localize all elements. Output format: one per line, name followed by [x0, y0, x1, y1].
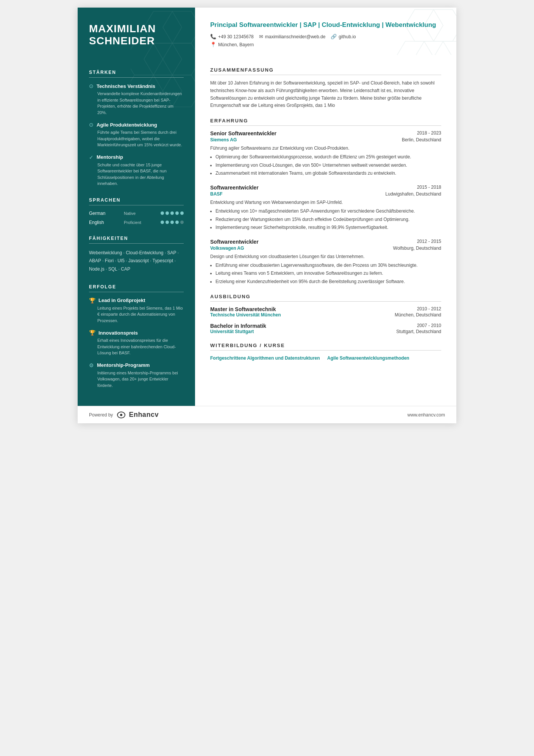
- exp-dates-2: 2015 - 2018: [417, 185, 441, 190]
- powered-by-text: Powered by: [89, 412, 113, 418]
- dot: [175, 221, 179, 224]
- lang-level-german: Native: [124, 211, 150, 216]
- section-title-erfahrung: ERFAHRUNG: [210, 118, 441, 126]
- exp-dates-1: 2018 - 2023: [417, 130, 441, 136]
- edu-inst-row-2: Universität Stuttgart Stuttgart, Deutsch…: [210, 329, 441, 334]
- main-sections: ZUSAMMENFASSUNG Mit über 10 Jahren Erfah…: [195, 55, 456, 373]
- summary-text: Mit über 10 Jahren Erfahrung in der Soft…: [210, 80, 441, 110]
- exp-dates-3: 2012 - 2015: [417, 239, 441, 244]
- achievement-desc-1: Leitung eines Projekts bei Siemens, das …: [89, 305, 184, 324]
- achievement-title-3: Mentorship-Programm: [97, 362, 150, 368]
- enhancv-logo-icon: [116, 411, 126, 419]
- resume-body: MAXIMILIAN SCHNEIDER STÄRKEN ⊙ Technisch…: [78, 8, 456, 406]
- edu-entry-1: Master in Softwaretechnik 2010 - 2012 Te…: [210, 306, 441, 318]
- achievement-title-1: Lead in Großprojekt: [98, 297, 145, 303]
- email-icon: ✉: [259, 34, 263, 39]
- edu-header-2: Bachelor in Informatik 2007 - 2010: [210, 323, 441, 329]
- edu-degree-2: Bachelor in Informatik: [210, 323, 266, 329]
- edu-location-1: München, Deutschland: [395, 312, 441, 318]
- bullet-item: Optimierung der Softwareentwicklungsproz…: [215, 153, 441, 161]
- location-row: 📍 München, Bayern: [210, 42, 441, 47]
- exp-header-3: Softwareentwickler 2012 - 2015: [210, 239, 441, 245]
- footer-logo: Enhancv: [116, 411, 159, 419]
- bullet-item: Einführung einer cloudbasierten Lagerver…: [215, 262, 441, 269]
- edu-dates-1: 2010 - 2012: [417, 306, 441, 312]
- strength-header-2: ⊙ Agile Produktentwicklung: [89, 122, 184, 128]
- edu-dates-2: 2007 - 2010: [417, 323, 441, 329]
- section-erfolge: ERFOLGE: [89, 284, 184, 292]
- main-content: Principal Softwareentwickler | SAP | Clo…: [195, 8, 456, 406]
- exp-location-1: Berlin, Deutschland: [402, 137, 441, 142]
- exp-bullets-3: Einführung einer cloudbasierten Lagerver…: [210, 262, 441, 285]
- exp-job-title-2: Softwareentwickler: [210, 185, 259, 191]
- footer: Powered by Enhancv www.enhancv.com: [78, 406, 456, 423]
- exp-company-3: Volkswagen AG: [210, 246, 244, 251]
- bullet-item: Entwicklung von 10+ maßgeschneiderten SA…: [215, 208, 441, 215]
- section-fahigkeiten: FÄHIGKEITEN: [89, 236, 184, 244]
- svg-marker-2: [131, 43, 163, 75]
- footer-url: www.enhancv.com: [408, 412, 445, 418]
- edu-location-2: Stuttgart, Deutschland: [396, 329, 441, 334]
- section-title-ausbildung: AUSBILDUNG: [210, 294, 441, 302]
- strength-header-3: ✓ Mentorship: [89, 154, 184, 160]
- strength-title-3: Mentorship: [97, 154, 123, 160]
- achievement-header-1: 🏆 Lead in Großprojekt: [89, 297, 184, 304]
- trophy-icon-1: 🏆: [89, 297, 95, 304]
- edu-institution-1: Technische Universität München: [210, 312, 281, 318]
- checkmark-icon: ✓: [89, 154, 94, 160]
- languages-list: German Native English Proficient: [89, 211, 184, 225]
- dot: [166, 221, 169, 224]
- gear-icon: ⚙: [89, 362, 94, 368]
- exp-company-row-2: BASF Ludwigshafen, Deutschland: [210, 191, 441, 197]
- dot: [161, 221, 164, 224]
- strength-icon-1: ⊙: [89, 83, 94, 89]
- edu-header-1: Master in Softwaretechnik 2010 - 2012: [210, 306, 441, 312]
- exp-desc-3: Design und Entwicklung von cloudbasierte…: [210, 253, 441, 260]
- achievement-item-1: 🏆 Lead in Großprojekt Leitung eines Proj…: [89, 297, 184, 324]
- bullet-item: Leitung eines Teams von 5 Entwicklern, u…: [215, 270, 441, 277]
- dot: [166, 211, 169, 215]
- strength-title-2: Agile Produktentwicklung: [97, 122, 157, 128]
- exp-company-2: BASF: [210, 191, 223, 197]
- contact-website: 🔗 github.io: [331, 34, 356, 39]
- contact-row: 📞 +49 30 12345678 ✉ maximilianschneider@…: [210, 34, 441, 39]
- lang-english: English Proficient: [89, 220, 184, 225]
- edu-institution-2: Universität Stuttgart: [210, 329, 254, 334]
- dot: [161, 211, 164, 215]
- exp-location-2: Ludwigshafen, Deutschland: [386, 191, 441, 197]
- exp-bullets-2: Entwicklung von 10+ maßgeschneiderten SA…: [210, 208, 441, 231]
- link-icon: 🔗: [331, 34, 337, 39]
- bullet-item: Zusammenarbeit mit internationalen Teams…: [215, 170, 441, 177]
- exp-desc-2: Entwicklung und Wartung von Webanwendung…: [210, 199, 441, 206]
- strength-icon-2: ⊙: [89, 122, 94, 128]
- job-title: Principal Softwareentwickler | SAP | Clo…: [210, 21, 441, 29]
- achievements-list: 🏆 Lead in Großprojekt Leitung eines Proj…: [89, 297, 184, 389]
- section-title-zusammenfassung: ZUSAMMENFASSUNG: [210, 67, 441, 75]
- location-icon: 📍: [210, 42, 216, 47]
- edu-entry-2: Bachelor in Informatik 2007 - 2010 Unive…: [210, 323, 441, 334]
- sidebar: MAXIMILIAN SCHNEIDER STÄRKEN ⊙ Technisch…: [78, 8, 195, 406]
- svg-point-13: [120, 414, 122, 416]
- exp-entry-2: Softwareentwickler 2015 - 2018 BASF Ludw…: [210, 185, 441, 231]
- footer-brand-name: Enhancv: [129, 411, 159, 419]
- exp-header-1: Senior Softwareentwickler 2018 - 2023: [210, 130, 441, 136]
- achievement-item-2: 🏆 Innovationspreis Erhalt eines Innovati…: [89, 330, 184, 356]
- location-text: München, Bayern: [218, 42, 254, 47]
- main-header: Principal Softwareentwickler | SAP | Clo…: [195, 8, 456, 55]
- section-title-weiterbildung: WITERBILDUNG / KURSE: [210, 343, 441, 351]
- strength-desc-3: Schulte und coachte über 15 junge Softwa…: [89, 162, 184, 187]
- lang-dots-german: [161, 211, 184, 215]
- exp-company-1: Siemens AG: [210, 137, 237, 142]
- contact-phone: 📞 +49 30 12345678: [210, 34, 254, 39]
- dot-empty: [180, 221, 184, 224]
- achievement-title-2: Innovationspreis: [98, 330, 138, 336]
- course-item-1: Fortgeschrittene Algorithmen und Datenst…: [210, 355, 324, 362]
- phone-icon: 📞: [210, 34, 216, 39]
- courses-grid: Fortgeschrittene Algorithmen und Datenst…: [210, 355, 441, 362]
- exp-company-row-3: Volkswagen AG Wolfsburg, Deutschland: [210, 246, 441, 251]
- exp-job-title-3: Softwareentwickler: [210, 239, 259, 245]
- exp-entry-3: Softwareentwickler 2012 - 2015 Volkswage…: [210, 239, 441, 285]
- svg-marker-4: [163, 43, 195, 75]
- lang-name-english: English: [89, 220, 114, 225]
- strength-item-3: ✓ Mentorship Schulte und coachte über 15…: [89, 154, 184, 187]
